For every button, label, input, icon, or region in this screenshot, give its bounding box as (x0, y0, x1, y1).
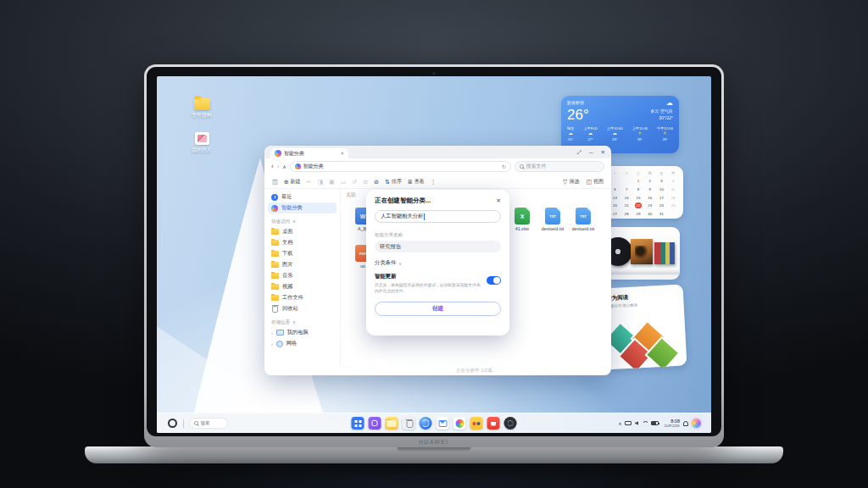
toolbar-view-mode-button[interactable]: ≣查看 (408, 178, 425, 186)
window-navbar: ‹ › ∧ 智能分类 ↻ 搜索文件 (264, 158, 611, 175)
fullscreen-button[interactable]: ⤢ (577, 149, 581, 156)
app-files-icon[interactable] (386, 417, 398, 430)
app-trash-icon[interactable] (403, 417, 415, 430)
calendar-day[interactable]: 21 (620, 202, 632, 209)
forward-button[interactable]: › (277, 164, 280, 170)
weather-widget[interactable]: 新坂桥镇 ☁ 26° 多云 空气良 30°/22° 现在☁26°上午9:00☁2… (561, 96, 679, 153)
calendar-day[interactable]: 25 (667, 202, 679, 209)
file-item[interactable]: TXTdeviceid.txt (539, 208, 566, 231)
calendar-day[interactable]: 17 (656, 194, 668, 202)
sidebar-item-工作文件[interactable]: 工作文件 (268, 292, 337, 303)
sidebar-item-回收站[interactable]: 回收站 (268, 303, 337, 314)
calendar-day[interactable]: 4 (667, 178, 679, 186)
sidebar-item-智能分类[interactable]: 智能分类 (268, 202, 337, 214)
app-appstore-icon[interactable] (487, 417, 500, 430)
sidebar-section-快速访问[interactable]: 快速访问∨ (268, 216, 337, 226)
dialog-close-icon[interactable]: ✕ (496, 197, 501, 204)
calendar-day[interactable]: 30 (644, 210, 656, 218)
battery-icon[interactable] (651, 421, 659, 425)
music-widget[interactable] (602, 227, 680, 280)
assistant-icon[interactable] (692, 419, 701, 428)
calendar-day[interactable]: 22 (632, 202, 644, 209)
sidebar-item-图片[interactable]: 图片 (268, 259, 337, 270)
calendar-day[interactable]: 23 (644, 202, 656, 209)
tab-smart-classification[interactable]: 智能分类 ✕ (270, 148, 348, 158)
app-gallery-icon[interactable] (453, 417, 466, 430)
toolbar-filter-button[interactable]: ▽筛选 (563, 178, 579, 186)
notification-bell-icon[interactable] (683, 421, 688, 426)
minimize-button[interactable]: ─ (589, 149, 593, 156)
calendar-day[interactable]: 15 (632, 194, 644, 202)
desktop-icon-pictures[interactable]: 我的图片 (187, 132, 216, 154)
calendar-day[interactable]: 29 (632, 210, 644, 218)
volume-icon[interactable] (635, 421, 638, 425)
sidebar-item-最近[interactable]: 最近 (268, 191, 337, 202)
toolbar-delete-button[interactable]: ⊖ (363, 179, 368, 185)
smart-update-toggle[interactable] (487, 276, 501, 285)
weekday-label: 四 (644, 169, 656, 177)
sidebar-item-桌面[interactable]: 桌面 (268, 226, 337, 237)
toolbar-cut-button[interactable]: ✂ (307, 179, 312, 185)
refresh-icon[interactable]: ↻ (502, 164, 506, 169)
app-settings-icon[interactable] (504, 417, 517, 430)
calendar-day[interactable]: 24 (656, 202, 668, 209)
toolbar-share-button[interactable]: ⊘ (374, 179, 379, 185)
up-button[interactable]: ∧ (282, 164, 286, 169)
toolbar-more-button[interactable]: ⋮ (431, 179, 437, 185)
toolbar-label: 排序 (392, 178, 402, 186)
file-search-input[interactable]: 搜索文件 (515, 161, 604, 172)
calendar-day[interactable]: 9 (644, 186, 656, 193)
toolbar-copy-button[interactable]: ◨ (317, 179, 323, 185)
toolbar-new-button[interactable]: ⊕新建 (284, 178, 301, 186)
classification-input[interactable]: 人工智能相关分析 (375, 210, 501, 223)
txt-file-icon: TXT (576, 208, 591, 225)
toolbar-undo-button[interactable]: ↺ (352, 179, 357, 185)
calendar-day[interactable]: 10 (656, 186, 668, 193)
app-grid-icon[interactable] (352, 417, 364, 430)
file-item[interactable]: TXTdeviceid.txt (570, 208, 597, 231)
address-bar[interactable]: 智能分类 ↻ (290, 161, 511, 172)
sidebar-item-下载[interactable]: 下载 (268, 248, 337, 259)
taskbar-search[interactable]: 搜索 (189, 418, 228, 429)
toolbar-sort-button[interactable]: ⇅排序 (385, 178, 402, 186)
app-multitask-icon[interactable] (369, 417, 381, 430)
sidebar-item-我的电脑[interactable]: ›我的电脑 (268, 327, 337, 338)
calendar-day[interactable]: 8 (632, 186, 644, 193)
calendar-day[interactable]: 1 (632, 178, 644, 186)
start-button[interactable] (168, 419, 177, 428)
clock-widget[interactable]: 8:08 10月22日 (664, 419, 680, 428)
calendar-day[interactable]: 14 (620, 194, 632, 202)
tab-close-icon[interactable]: ✕ (340, 151, 344, 156)
sidebar-item-视频[interactable]: 视频 (268, 281, 337, 292)
app-email-icon[interactable] (437, 417, 449, 430)
condition-expander[interactable]: 分类条件 ∨ (375, 259, 501, 267)
calendar-day[interactable]: 11 (667, 186, 679, 193)
toolbar-panel-toggle-button[interactable]: ◫ (272, 179, 278, 185)
back-button[interactable]: ‹ (271, 164, 274, 170)
calendar-day[interactable]: 28 (620, 210, 632, 218)
wifi-icon[interactable] (642, 421, 648, 425)
calendar-day[interactable]: 31 (656, 210, 668, 218)
toolbar-rename-button[interactable]: ▭ (341, 179, 347, 185)
calendar-day[interactable]: 3 (656, 178, 668, 186)
sidebar-item-文档[interactable]: 文档 (268, 237, 337, 248)
calendar-day[interactable]: 7 (620, 186, 632, 193)
calendar-day[interactable]: 18 (667, 194, 679, 202)
toolbar-paste-button[interactable]: ▣ (329, 179, 335, 185)
file-item[interactable]: X41.xlsx (509, 208, 536, 231)
sidebar-item-音乐[interactable]: 音乐 (268, 270, 337, 281)
classification-name-field[interactable]: 研究报告 (375, 241, 501, 252)
reading-widget[interactable]: 华为阅读 海量好书 随心畅读 (599, 284, 687, 369)
sidebar-item-网络[interactable]: ›网络 (268, 338, 337, 349)
toolbar-view-button[interactable]: ◫视图 (586, 178, 604, 186)
desktop-icon-files[interactable]: 文件资料 (187, 98, 216, 119)
create-button[interactable]: 创建 (375, 302, 501, 316)
keyboard-icon[interactable] (625, 421, 632, 426)
calendar-day[interactable]: 16 (644, 194, 656, 202)
sidebar-section-存储位置[interactable]: 存储位置∨ (268, 317, 337, 327)
calendar-day[interactable]: 2 (644, 178, 656, 186)
tray-expand-icon[interactable]: ∧ (618, 421, 621, 426)
close-button[interactable]: ✕ (601, 149, 605, 156)
app-wallet-icon[interactable] (470, 417, 483, 430)
app-browser-icon[interactable] (420, 417, 432, 430)
